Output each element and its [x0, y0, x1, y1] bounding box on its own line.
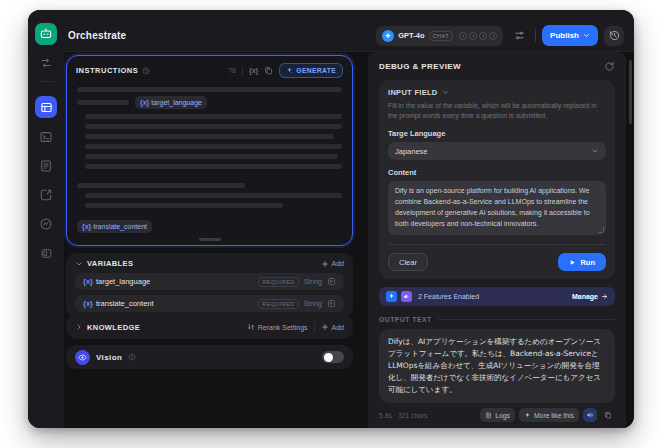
more-like-this-button[interactable]: More like this — [519, 408, 579, 422]
history-icon — [609, 30, 620, 41]
sidebar-item-annotations[interactable] — [36, 185, 56, 205]
play-icon — [569, 259, 576, 266]
output-bubble: Difyは、AIアプリケーションを構築するためのオープンソースプラットフォームで… — [379, 329, 615, 403]
top-bar: Orchestrate GPT-4o CHAT Publi — [28, 10, 634, 52]
features-enabled-bar[interactable]: 2 Features Enabled Manage — [379, 287, 615, 306]
sparkle-icon — [524, 412, 531, 419]
copy-output-button[interactable] — [601, 408, 615, 422]
prompt-text-line — [85, 193, 342, 198]
knowledge-title: KNOWLEDGE — [87, 323, 140, 332]
collapse-sidebar-icon[interactable] — [36, 243, 56, 263]
prompt-text-line — [77, 183, 245, 188]
vision-icon — [75, 350, 90, 365]
generate-feature-icon — [386, 291, 397, 302]
history-button[interactable] — [604, 26, 624, 46]
variable-pill-target-language[interactable]: {x} target_language — [135, 96, 207, 109]
chevron-down-icon — [442, 89, 449, 96]
variable-type: String — [304, 300, 322, 307]
toggle-knob — [324, 353, 333, 362]
add-knowledge-button[interactable]: Add — [321, 323, 344, 331]
publish-button[interactable]: Publish — [542, 25, 598, 46]
debug-panel: DEBUG & PREVIEW INPUT FIELD Fill in the … — [368, 52, 626, 428]
add-label: Add — [332, 324, 344, 331]
scrollbar[interactable] — [629, 60, 632, 124]
model-params-icon[interactable] — [509, 26, 529, 46]
logs-button[interactable]: Logs — [480, 408, 515, 422]
prompt-text-line — [85, 134, 334, 139]
divider — [438, 319, 615, 320]
variable-pill-translate-content[interactable]: {x} translate_content — [77, 220, 152, 233]
variable-row-translate-content[interactable]: {x} translate_content REQUIRED String — [75, 295, 344, 312]
plus-icon — [321, 323, 329, 331]
variable-name: target_language — [151, 99, 202, 106]
prompt-text-line — [77, 100, 129, 105]
variables-title: VARIABLES — [87, 259, 133, 268]
variable-name: translate_content — [93, 223, 147, 230]
prompt-text-line — [85, 203, 283, 208]
model-selector[interactable]: GPT-4o CHAT — [376, 26, 503, 46]
swap-app-icon[interactable] — [36, 53, 56, 73]
prompt-editor[interactable]: {x} target_language {x} translate_conten… — [67, 82, 352, 245]
refresh-icon[interactable] — [604, 61, 615, 72]
generate-button[interactable]: GENERATE — [279, 63, 343, 78]
sidebar-divider — [38, 81, 54, 82]
clear-button[interactable]: Clear — [388, 253, 428, 271]
required-badge: REQUIRED — [258, 277, 298, 287]
instructions-panel: INSTRUCTIONS 78 {x} GENERATE — [66, 55, 353, 246]
model-provider-icon — [382, 30, 394, 42]
help-icon — [128, 353, 136, 361]
rerank-settings-button[interactable]: Rerank Settings — [247, 323, 308, 331]
model-capabilities — [459, 32, 497, 40]
divider — [242, 66, 243, 75]
output-text: Difyは、AIアプリケーションを構築するためのオープンソースプラットフォームで… — [388, 336, 606, 396]
manage-features-link[interactable]: Manage — [572, 293, 608, 300]
sidebar-item-orchestrate[interactable] — [35, 96, 57, 118]
logs-icon — [485, 412, 492, 419]
model-name: GPT-4o — [398, 31, 424, 40]
logs-label: Logs — [495, 412, 510, 419]
logs-icon — [39, 159, 53, 173]
insert-variable-icon[interactable]: {x} — [249, 67, 258, 74]
variable-icon: {x} — [140, 99, 149, 106]
chevron-right-icon[interactable] — [75, 323, 83, 331]
instructions-title: INSTRUCTIONS — [76, 66, 138, 75]
divider — [314, 323, 315, 332]
toolbar-divider — [535, 29, 536, 42]
variables-card: VARIABLES Add {x} target_language REQUIR… — [66, 253, 353, 318]
sidebar-item-api[interactable] — [36, 127, 56, 147]
left-sidebar — [28, 10, 64, 428]
text-to-speech-button[interactable] — [583, 408, 597, 422]
terminal-icon — [39, 130, 53, 144]
target-language-select[interactable]: Japanese — [388, 142, 606, 160]
input-field-header[interactable]: INPUT FIELD — [388, 88, 606, 97]
variable-icon: {x} — [82, 223, 91, 230]
copy-icon[interactable] — [264, 66, 273, 75]
app-logo[interactable] — [35, 23, 57, 45]
resize-handle[interactable] — [199, 238, 221, 241]
debug-title: DEBUG & PREVIEW — [379, 62, 461, 71]
instructions-header: INSTRUCTIONS 78 {x} GENERATE — [67, 56, 352, 82]
rerank-label: Rerank Settings — [258, 324, 308, 331]
vision-label: Vision — [96, 353, 122, 362]
variable-row-target-language[interactable]: {x} target_language REQUIRED String — [75, 273, 344, 290]
sidebar-item-monitoring[interactable] — [36, 214, 56, 234]
run-button[interactable]: Run — [558, 253, 606, 271]
manage-label: Manage — [572, 293, 598, 300]
chevron-down-icon — [583, 32, 590, 39]
eye-icon — [78, 353, 87, 362]
model-capability-icon — [469, 32, 477, 40]
plus-icon — [321, 260, 329, 268]
annotation-icon — [39, 188, 53, 202]
add-variable-button[interactable]: Add — [321, 260, 344, 268]
generate-label: GENERATE — [296, 67, 336, 74]
vision-toggle[interactable] — [322, 351, 344, 363]
content-textarea[interactable]: Dify is an open-source platform for buil… — [388, 181, 606, 235]
copy-icon — [604, 411, 612, 419]
chevron-down-icon — [591, 147, 599, 155]
rerank-icon — [247, 323, 255, 331]
prompt-text-line — [85, 144, 342, 149]
chevron-down-icon[interactable] — [75, 260, 83, 268]
model-capability-icon — [489, 32, 497, 40]
model-capability-icon — [479, 32, 487, 40]
sidebar-item-logs[interactable] — [36, 156, 56, 176]
